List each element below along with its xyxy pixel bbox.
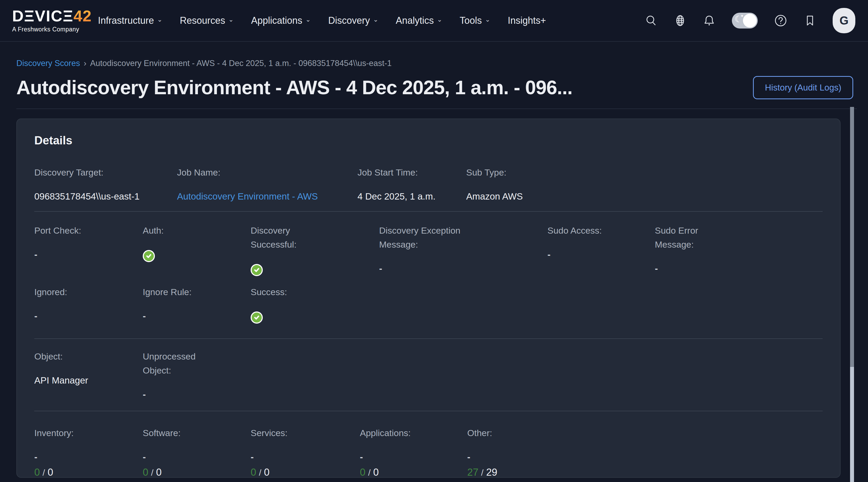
field-value <box>251 311 815 325</box>
field-value: - <box>143 388 815 401</box>
success-check-icon <box>251 311 263 324</box>
toggle-knob <box>743 14 757 27</box>
count-total: 29 <box>486 467 497 478</box>
count-total: 0 <box>373 467 379 478</box>
field-value: API Manager <box>34 373 135 387</box>
breadcrumb-link-discovery-scores[interactable]: Discovery Scores <box>17 59 80 68</box>
count-total: 0 <box>264 467 270 478</box>
details-heading: Details <box>34 134 823 147</box>
count-made: 0 <box>143 467 148 478</box>
navbar-actions: ☾✦ G <box>645 8 855 33</box>
scrollbar-thumb[interactable] <box>850 107 854 367</box>
field-label: Services: <box>251 426 352 440</box>
menu-label: Analytics <box>396 15 434 26</box>
field-ignored: Ignored: - <box>34 285 143 325</box>
search-icon[interactable] <box>645 14 657 27</box>
breadcrumb-separator: › <box>84 59 86 68</box>
field-label: Discovery Successful: <box>251 223 333 251</box>
field-value: 4 Dec 2025, 1 a.m. <box>358 189 458 203</box>
page-header: Autodiscovery Environment - AWS - 4 Dec … <box>17 76 853 99</box>
theme-toggle[interactable]: ☾✦ <box>732 13 758 29</box>
field-inventory: Inventory: - 0/0 <box>34 426 143 478</box>
field-discovery-target: Discovery Target: 096835178454\\us-east-… <box>34 165 177 203</box>
scrollbar-track[interactable] <box>850 367 854 482</box>
chevron-down-icon: ⌄ <box>228 16 234 23</box>
field-value: - <box>143 450 243 464</box>
other-counts: 27/29 <box>467 466 815 478</box>
field-discovery-successful: Discovery Successful: <box>251 223 379 277</box>
field-job-name: Job Name: Autodiscovery Environment - AW… <box>177 165 358 203</box>
field-software: Software: - 0/0 <box>143 426 251 478</box>
details-section-object: Object: API Manager Unprocessed Object: … <box>34 338 823 411</box>
logo-tagline: A Freshworks Company <box>12 26 92 33</box>
count-separator: / <box>481 468 483 478</box>
field-label: Sudo Error Message: <box>655 223 721 251</box>
chevron-down-icon: ⌄ <box>485 16 490 23</box>
moon-stars-icon: ☾✦ <box>735 14 742 24</box>
field-value: - <box>34 450 135 464</box>
applications-counts: 0/0 <box>360 466 459 478</box>
logo-text-accent: 42 <box>73 8 92 24</box>
field-value: - <box>143 309 243 323</box>
menu-item-analytics[interactable]: Analytics⌄ <box>396 15 442 26</box>
menu-label: Tools <box>460 15 482 26</box>
chevron-down-icon: ⌄ <box>306 16 311 23</box>
field-applications: Applications: - 0/0 <box>360 426 467 478</box>
inventory-counts: 0/0 <box>34 466 135 478</box>
field-label: Discovery Exception Message: <box>379 223 490 251</box>
field-label: Inventory: <box>34 426 135 440</box>
breadcrumb: Discovery Scores › Autodiscovery Environ… <box>17 59 853 68</box>
user-avatar[interactable]: G <box>833 8 855 33</box>
notifications-bell-icon[interactable] <box>703 14 715 27</box>
count-made: 0 <box>34 467 40 478</box>
field-label: Ignored: <box>34 285 135 299</box>
field-job-start-time: Job Start Time: 4 Dec 2025, 1 a.m. <box>358 165 466 203</box>
field-discovery-exception-message: Discovery Exception Message: - <box>379 223 548 277</box>
field-value: - <box>467 450 815 464</box>
page-title: Autodiscovery Environment - AWS - 4 Dec … <box>17 76 572 99</box>
details-section-counts: Inventory: - 0/0 Software: - 0/0 Service… <box>34 411 823 478</box>
menu-label: Insights+ <box>507 15 546 26</box>
field-value: - <box>655 262 815 275</box>
details-card: Details Discovery Target: 096835178454\\… <box>17 119 841 478</box>
success-check-icon <box>251 264 263 276</box>
field-label: Ignore Rule: <box>143 285 243 299</box>
count-separator: / <box>259 468 261 478</box>
field-label: Applications: <box>360 426 459 440</box>
field-value: - <box>34 309 135 323</box>
details-section-status: Port Check: - Auth: Discovery Successful… <box>34 211 823 338</box>
history-audit-logs-button[interactable]: History (Audit Logs) <box>753 76 853 99</box>
globe-icon[interactable] <box>674 14 686 27</box>
field-label: Success: <box>251 285 815 299</box>
brand-logo[interactable]: DΞVICΞ42 A Freshworks Company <box>12 8 92 33</box>
field-unprocessed-object: Unprocessed Object: - <box>143 350 823 401</box>
menu-item-insights[interactable]: Insights+ <box>507 15 546 26</box>
menu-item-discovery[interactable]: Discovery⌄ <box>328 15 378 26</box>
count-made: 27 <box>467 467 478 478</box>
menu-label: Infrastructure <box>98 15 154 26</box>
page-scrollbar[interactable] <box>850 107 854 482</box>
logo-text-main: DΞVICΞ <box>12 8 73 24</box>
menu-item-applications[interactable]: Applications⌄ <box>251 15 311 26</box>
field-label: Job Start Time: <box>358 165 458 180</box>
field-label: Discovery Target: <box>34 165 169 180</box>
help-icon[interactable] <box>774 14 787 27</box>
chevron-down-icon: ⌄ <box>373 16 378 23</box>
menu-item-infrastructure[interactable]: Infrastructure⌄ <box>98 15 162 26</box>
field-label: Unprocessed Object: <box>143 350 211 378</box>
job-name-link[interactable]: Autodiscovery Environment - AWS <box>177 189 349 203</box>
software-counts: 0/0 <box>143 466 243 478</box>
menu-item-resources[interactable]: Resources⌄ <box>180 15 234 26</box>
chevron-down-icon: ⌄ <box>437 16 442 23</box>
page-content: Discovery Scores › Autodiscovery Environ… <box>0 59 868 478</box>
field-value: - <box>251 450 352 464</box>
field-sudo-error-message: Sudo Error Message: - <box>655 223 823 277</box>
bookmark-icon[interactable] <box>804 14 816 27</box>
menu-item-tools[interactable]: Tools⌄ <box>460 15 490 26</box>
field-label: Other: <box>467 426 815 440</box>
field-value: - <box>34 248 135 261</box>
count-separator: / <box>151 468 153 478</box>
chevron-down-icon: ⌄ <box>157 16 162 23</box>
field-label: Job Name: <box>177 165 349 180</box>
top-navbar: DΞVICΞ42 A Freshworks Company Infrastruc… <box>0 0 868 42</box>
